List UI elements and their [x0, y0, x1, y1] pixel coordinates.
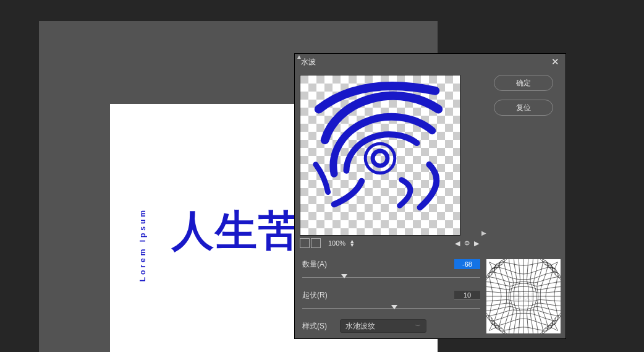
side-caption: Lorem Ipsum — [138, 208, 147, 281]
zoom-stepper-icon[interactable]: ▲▼ — [349, 239, 355, 247]
wireframe-preview: Bai — [486, 259, 561, 333]
svg-point-0 — [373, 151, 388, 166]
preview-nav[interactable]: ◀ Φ ▶ — [455, 239, 480, 247]
dialog-titlebar: 水波 ✕ — [295, 54, 566, 70]
zoom-out-icon[interactable] — [300, 238, 310, 248]
ridges-slider[interactable] — [302, 304, 480, 314]
amount-slider[interactable] — [302, 273, 480, 283]
amount-input[interactable] — [454, 259, 480, 269]
dialog-title-text: 水波 — [301, 57, 316, 67]
ok-button[interactable]: 确定 — [494, 75, 553, 91]
close-icon[interactable]: ✕ — [551, 56, 559, 67]
zigzag-dialog: 水波 ✕ ▲ — [294, 53, 566, 339]
amount-label: 数量(A) — [302, 259, 352, 270]
watermark: Bai — [486, 288, 561, 304]
style-value: 水池波纹 — [345, 321, 375, 332]
style-label: 样式(S) — [302, 321, 336, 332]
preview-side-triangle: ▶ — [481, 230, 486, 236]
ridges-input[interactable] — [454, 291, 480, 300]
main-heading: 人生苦 — [172, 203, 302, 259]
zoom-level: 100% — [328, 239, 345, 247]
preview-top-triangle: ▲ — [296, 53, 302, 60]
style-select[interactable]: 水池波纹 ﹀ — [340, 319, 426, 333]
effect-preview[interactable] — [300, 75, 460, 236]
reset-button[interactable]: 复位 — [494, 100, 553, 116]
svg-point-1 — [365, 144, 395, 173]
ridges-label: 起伏(R) — [302, 290, 352, 301]
zoom-in-icon[interactable] — [311, 238, 321, 248]
preview-zoom-bar: 100% ▲▼ ◀ Φ ▶ — [300, 237, 480, 249]
chevron-down-icon: ﹀ — [415, 322, 421, 330]
